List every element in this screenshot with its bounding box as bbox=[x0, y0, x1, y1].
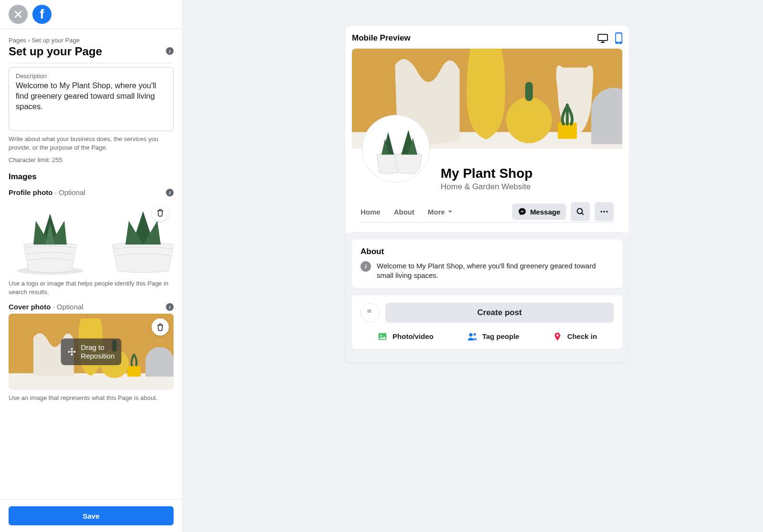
preview-title: Mobile Preview bbox=[352, 33, 411, 43]
sidebar-footer: Save bbox=[0, 499, 182, 532]
tab-home[interactable]: Home bbox=[361, 204, 381, 220]
check-in-action[interactable]: Check in bbox=[553, 331, 597, 342]
desktop-preview-toggle[interactable] bbox=[597, 33, 608, 43]
tag-people-icon bbox=[467, 331, 477, 342]
more-options-button[interactable] bbox=[595, 202, 614, 221]
save-button[interactable]: Save bbox=[9, 506, 174, 525]
page-title: Set up your Page bbox=[9, 45, 102, 58]
profile-photo-preview bbox=[9, 199, 174, 276]
about-card: About i Welcome to My Plant Shop, where … bbox=[352, 239, 622, 288]
tab-more[interactable]: More bbox=[428, 204, 453, 220]
svg-point-20 bbox=[606, 211, 608, 212]
tag-people-action[interactable]: Tag people bbox=[467, 331, 519, 342]
cover-photo-help: Use an image that represents what this P… bbox=[9, 394, 174, 402]
preview-area: Mobile Preview bbox=[183, 0, 763, 532]
facebook-logo[interactable]: f bbox=[32, 5, 52, 24]
photo-icon bbox=[377, 331, 388, 342]
svg-point-24 bbox=[474, 333, 476, 336]
about-heading: About bbox=[361, 247, 614, 256]
svg-point-18 bbox=[601, 211, 602, 212]
setup-sidebar: f Pages › Set up your Page Set up your P… bbox=[0, 0, 183, 532]
svg-point-22 bbox=[381, 335, 382, 337]
search-button[interactable] bbox=[571, 202, 590, 221]
cover-photo-label: Cover photo · Optional bbox=[9, 303, 83, 311]
sidebar-scroll: Pages › Set up your Page Set up your Pag… bbox=[0, 29, 182, 499]
page-avatar-placeholder bbox=[361, 303, 380, 322]
profile-photo-help: Use a logo or image that helps people id… bbox=[9, 279, 174, 296]
move-icon bbox=[68, 348, 76, 356]
svg-point-25 bbox=[557, 334, 559, 337]
preview-category: Home & Garden Website bbox=[441, 182, 622, 192]
description-label: Description bbox=[16, 72, 166, 80]
search-icon bbox=[576, 207, 585, 216]
breadcrumb: Pages › Set up your Page bbox=[9, 37, 174, 44]
preview-profile-photo bbox=[362, 115, 429, 182]
caret-down-icon bbox=[447, 209, 453, 215]
trash-icon bbox=[156, 208, 165, 217]
svg-rect-6 bbox=[127, 366, 141, 377]
svg-rect-14 bbox=[525, 82, 533, 101]
svg-point-13 bbox=[506, 97, 552, 143]
location-pin-icon bbox=[553, 331, 562, 342]
svg-point-10 bbox=[618, 42, 619, 43]
about-text: Welcome to My Plant Shop, where you'll f… bbox=[377, 261, 614, 281]
breadcrumb-leaf: Set up your Page bbox=[31, 37, 79, 44]
svg-point-17 bbox=[577, 208, 582, 214]
info-icon[interactable]: i bbox=[166, 47, 174, 55]
drag-reposition-tip[interactable]: Drag toReposition bbox=[61, 338, 122, 365]
composer-card: Create post Photo/video Tag people Check… bbox=[352, 295, 622, 349]
photo-video-action[interactable]: Photo/video bbox=[377, 331, 433, 342]
close-button[interactable] bbox=[9, 5, 28, 24]
flag-icon bbox=[365, 308, 375, 317]
preview-page-name: My Plant Shop bbox=[441, 166, 622, 181]
description-help: Write about what your business does, the… bbox=[9, 135, 174, 152]
tab-about[interactable]: About bbox=[394, 204, 414, 220]
description-textarea[interactable]: Welcome to My Plant Shop, where you'll f… bbox=[16, 81, 166, 112]
top-bar: f bbox=[0, 0, 182, 29]
breadcrumb-root[interactable]: Pages bbox=[9, 37, 26, 44]
svg-point-19 bbox=[603, 211, 605, 212]
cover-photo-upload[interactable]: Drag toReposition bbox=[9, 314, 174, 390]
mobile-preview-toggle[interactable] bbox=[615, 32, 622, 44]
profile-photo-upload[interactable] bbox=[9, 199, 174, 276]
mobile-preview-card: Mobile Preview bbox=[345, 26, 629, 363]
close-icon bbox=[14, 10, 22, 19]
description-field[interactable]: Description Welcome to My Plant Shop, wh… bbox=[9, 67, 174, 131]
ellipsis-icon bbox=[599, 207, 609, 216]
message-button[interactable]: Message bbox=[512, 204, 566, 220]
info-icon[interactable]: i bbox=[166, 189, 174, 196]
profile-photo-label: Profile photo · Optional bbox=[9, 188, 85, 196]
description-char-limit: Character limit: 255 bbox=[9, 156, 174, 164]
svg-rect-9 bbox=[616, 34, 621, 42]
svg-point-23 bbox=[469, 333, 473, 336]
info-icon[interactable]: i bbox=[166, 303, 174, 311]
info-icon: i bbox=[361, 261, 371, 272]
preview-feed: About i Welcome to My Plant Shop, where … bbox=[345, 233, 629, 363]
trash-icon bbox=[156, 323, 165, 331]
preview-header-block: My Plant Shop Home & Garden Website Home… bbox=[352, 149, 622, 233]
svg-rect-7 bbox=[598, 34, 608, 41]
preview-tabs: Home About More Message bbox=[361, 202, 614, 223]
images-heading: Images bbox=[9, 172, 174, 182]
messenger-icon bbox=[518, 207, 526, 216]
create-post-button[interactable]: Create post bbox=[385, 303, 614, 323]
